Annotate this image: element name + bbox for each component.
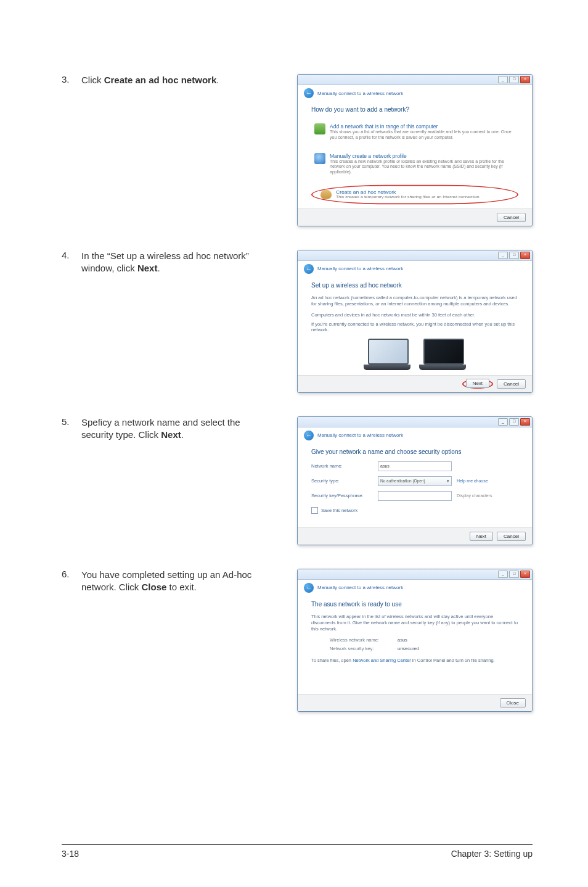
minimize-button[interactable]: _: [498, 252, 508, 259]
ready-name-value: asus: [398, 637, 518, 643]
step-text: You have completed setting up an Ad-hoc …: [81, 569, 272, 594]
laptops-illustration: [311, 339, 518, 370]
maximize-button[interactable]: □: [509, 76, 519, 83]
chapter-title: Chapter 3: Setting up: [451, 849, 533, 859]
minimize-button[interactable]: _: [498, 418, 508, 426]
option-manual-profile[interactable]: Manually create a network profile This c…: [311, 149, 518, 179]
dialog-heading: Set up a wireless ad hoc network: [311, 282, 518, 289]
dialog-description: This network will appear in the list of …: [311, 614, 518, 632]
share-files-line: To share files, open Network and Sharing…: [311, 658, 518, 663]
dialog-ready: _ □ × ← Manually connect to a wireless n…: [297, 569, 533, 712]
network-sharing-link[interactable]: Network and Sharing Center: [353, 658, 411, 663]
help-choose-link[interactable]: Help me choose: [457, 479, 512, 483]
dialog-name-security: _ □ × ← Manually connect to a wireless n…: [297, 416, 533, 545]
next-button[interactable]: Next: [470, 532, 493, 541]
cancel-button[interactable]: Cancel: [497, 379, 526, 389]
step-number: 6.: [62, 569, 81, 579]
titlebar: _ □ ×: [298, 75, 532, 85]
back-icon[interactable]: ←: [304, 431, 314, 440]
dialog-description: An ad hoc network (sometimes called a co…: [311, 295, 518, 307]
security-key-label: Security key/Passphrase:: [311, 493, 373, 498]
step-text: In the “Set up a wireless ad hoc network…: [81, 250, 272, 275]
dialog-note: Computers and devices in ad hoc networks…: [311, 312, 518, 318]
step-text: Click Create an ad hoc network.: [81, 74, 272, 86]
dialog-add-network: _ □ × ← Manually connect to a wireless n…: [297, 74, 533, 226]
titlebar: _ □ ×: [298, 417, 532, 427]
breadcrumb: Manually connect to a wireless network: [317, 91, 403, 96]
back-icon[interactable]: ←: [304, 264, 314, 274]
option-add-in-range[interactable]: Add a network that is in range of this c…: [311, 119, 518, 145]
save-network-label: Save this network: [321, 508, 357, 513]
security-type-label: Security type:: [311, 478, 373, 484]
ready-key-value: unsecured: [398, 646, 518, 651]
save-network-checkbox[interactable]: [311, 507, 318, 514]
breadcrumb: Manually connect to a wireless network: [317, 432, 403, 438]
globe-icon: [314, 153, 325, 164]
maximize-button[interactable]: □: [509, 418, 519, 426]
back-icon[interactable]: ←: [304, 583, 314, 593]
step-number: 4.: [62, 250, 81, 260]
titlebar: _ □ ×: [298, 569, 532, 580]
ready-name-label: Wireless network name:: [330, 637, 398, 643]
close-button[interactable]: Close: [500, 698, 526, 708]
dialog-setup-adhoc: _ □ × ← Manually connect to a wireless n…: [297, 250, 533, 393]
signal-bars-icon: [314, 123, 325, 134]
page-number: 3-18: [62, 849, 79, 859]
close-button[interactable]: ×: [520, 418, 530, 426]
display-characters-note: Display characters: [457, 493, 512, 498]
step-number: 5.: [62, 416, 81, 427]
highlight-ellipse: Next: [462, 379, 493, 389]
back-icon[interactable]: ←: [304, 88, 314, 98]
step-number: 3.: [62, 74, 81, 85]
next-button[interactable]: Next: [466, 379, 489, 388]
breadcrumb: Manually connect to a wireless network: [317, 585, 403, 590]
dialog-heading: Give your network a name and choose secu…: [311, 448, 518, 455]
titlebar: _ □ ×: [298, 250, 532, 261]
network-name-label: Network name:: [311, 463, 373, 469]
minimize-button[interactable]: _: [498, 571, 508, 578]
close-button[interactable]: ×: [520, 76, 530, 83]
option-create-adhoc[interactable]: Create an ad hoc network This creates a …: [319, 188, 511, 201]
laptop-icon: [423, 339, 462, 370]
page-footer: 3-18 Chapter 3: Setting up: [62, 844, 533, 859]
security-type-select[interactable]: No authentication (Open): [378, 476, 452, 486]
laptop-icon: [368, 339, 406, 370]
maximize-button[interactable]: □: [509, 252, 519, 259]
close-button[interactable]: ×: [520, 252, 530, 259]
security-key-input[interactable]: [378, 491, 452, 501]
dialog-heading: The asus network is ready to use: [311, 601, 518, 608]
highlight-ellipse: Create an ad hoc network This creates a …: [311, 185, 518, 204]
minimize-button[interactable]: _: [498, 76, 508, 83]
breadcrumb: Manually connect to a wireless network: [317, 266, 403, 271]
maximize-button[interactable]: □: [509, 571, 519, 578]
ready-key-label: Network security key:: [330, 646, 398, 651]
dialog-heading: How do you want to add a network?: [311, 106, 518, 113]
network-name-input[interactable]: asus: [378, 461, 452, 471]
people-icon: [321, 189, 332, 199]
step-text: Speficy a network name and select the se…: [81, 416, 272, 442]
close-button[interactable]: ×: [520, 571, 530, 578]
cancel-button[interactable]: Cancel: [497, 532, 526, 541]
cancel-button[interactable]: Cancel: [497, 213, 526, 222]
dialog-note: If you're currently connected to a wirel…: [311, 321, 518, 332]
